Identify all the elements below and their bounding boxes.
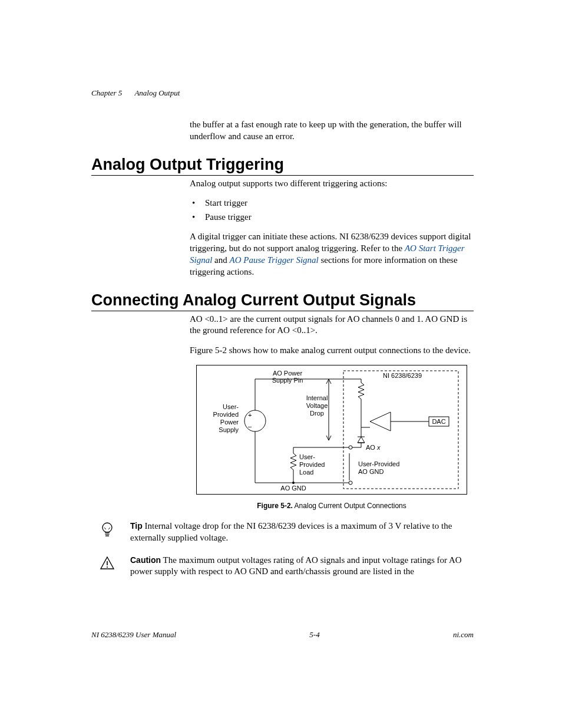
running-header: Chapter 5 Analog Output <box>91 88 474 98</box>
label-dac: DAC <box>432 418 445 425</box>
label-up-aognd-1: User-Provided <box>358 460 399 467</box>
caution-text: Caution The maximum output voltages rati… <box>130 555 474 578</box>
section-connecting-body: AO <0..1> are the current output signals… <box>190 314 474 357</box>
tip-block: Tip Internal voltage drop for the NI 623… <box>91 521 474 544</box>
label-upload-1: User- <box>299 453 315 460</box>
svg-point-9 <box>107 566 108 567</box>
label-user-ps-1: User- <box>223 403 239 410</box>
trigger-list: Start trigger Pause trigger <box>190 197 474 223</box>
intro-paragraph: the buffer at a fast enough rate to keep… <box>190 119 474 143</box>
footer-center: 5-4 <box>309 630 319 640</box>
tip-label: Tip <box>130 521 143 531</box>
label-ivd-1: Internal <box>306 394 328 401</box>
triggering-p1: Analog output supports two different tri… <box>190 178 474 190</box>
svg-point-7 <box>103 523 112 532</box>
caution-icon <box>91 555 123 570</box>
figure-diagram: NI 6238/6239 AO Power Supply Pin User- P… <box>196 365 467 495</box>
label-ivd-3: Drop <box>310 410 324 417</box>
caution-label: Caution <box>130 555 161 565</box>
section-triggering-body: Analog output supports two different tri… <box>190 178 474 278</box>
label-up-aognd-2: AO GND <box>358 468 384 475</box>
label-user-ps-3: Power <box>220 419 239 426</box>
figure-caption-text: Analog Current Output Connections <box>293 502 406 510</box>
caution-body: The maximum output voltages rating of AO… <box>130 555 462 577</box>
svg-point-5 <box>349 481 352 485</box>
label-upload-2: Provided <box>299 461 325 468</box>
intro-paragraph-block: the buffer at a fast enough rate to keep… <box>190 119 474 143</box>
label-upload-3: Load <box>299 469 313 476</box>
page-footer: NI 6238/6239 User Manual 5-4 ni.com <box>91 630 474 640</box>
label-user-ps-4: Supply <box>219 426 239 433</box>
list-item: Pause trigger <box>190 212 474 223</box>
figure-caption: Figure 5-2. Analog Current Output Connec… <box>190 502 474 510</box>
label-plus: + <box>248 411 252 419</box>
figure-5-2: NI 6238/6239 AO Power Supply Pin User- P… <box>190 365 474 510</box>
tip-text: Tip Internal voltage drop for the NI 623… <box>130 521 474 544</box>
text-run: and <box>212 255 229 265</box>
tip-body: Internal voltage drop for the NI 6238/62… <box>130 521 452 542</box>
label-ao-power-1: AO Power <box>273 370 302 377</box>
triggering-p2: A digital trigger can initiate these act… <box>190 231 474 278</box>
chapter-number: Chapter 5 <box>91 88 122 97</box>
section-heading-connecting: Connecting Analog Current Output Signals <box>91 291 474 311</box>
list-item: Start trigger <box>190 197 474 209</box>
label-minus: – <box>248 423 252 430</box>
svg-point-4 <box>349 446 352 449</box>
footer-left: NI 6238/6239 User Manual <box>91 630 176 640</box>
caution-block: Caution The maximum output voltages rati… <box>91 555 474 578</box>
label-ni-device: NI 6238/6239 <box>383 372 422 379</box>
link-ao-pause-trigger[interactable]: AO Pause Trigger Signal <box>230 255 319 265</box>
chapter-title: Analog Output <box>134 88 180 97</box>
label-ao-power-2: Supply Pin <box>272 377 303 384</box>
label-ao-gnd: AO GND <box>280 485 306 492</box>
connecting-p1: AO <0..1> are the current output signals… <box>190 314 474 337</box>
page: Chapter 5 Analog Output the buffer at a … <box>0 0 562 728</box>
connecting-p2: Figure 5-2 shows how to make analog curr… <box>190 345 474 357</box>
label-ao-x: AO x <box>366 444 381 451</box>
lightbulb-icon <box>91 521 123 538</box>
figure-caption-label: Figure 5-2. <box>257 502 293 510</box>
svg-point-6 <box>292 482 295 484</box>
label-ivd-2: Voltage <box>306 402 328 409</box>
section-heading-triggering: Analog Output Triggering <box>91 156 474 176</box>
label-user-ps-2: Provided <box>213 411 239 418</box>
footer-right: ni.com <box>453 630 474 640</box>
